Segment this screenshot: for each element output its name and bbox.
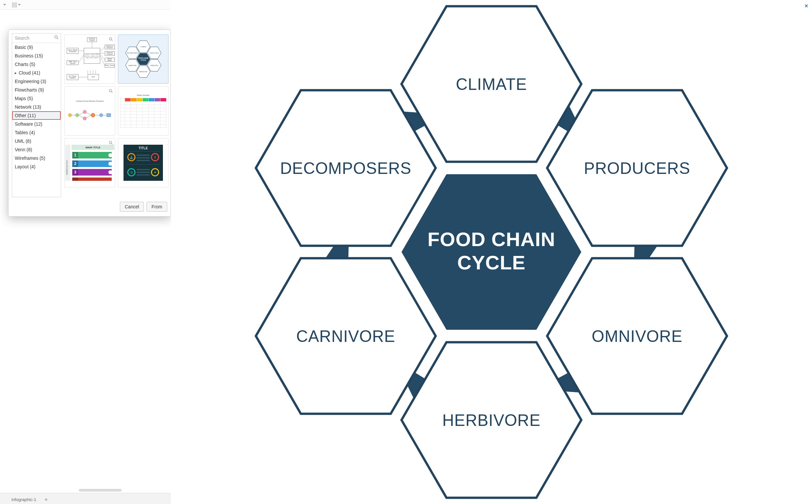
- thumb-caption: Weekly timetable: [137, 94, 149, 96]
- category-item[interactable]: Flowcharts (9): [12, 86, 61, 94]
- thumb-text: MAIN TITLE: [86, 146, 101, 149]
- category-item[interactable]: Network (13): [12, 103, 61, 111]
- svg-text:CYCLE: CYCLE: [140, 59, 146, 61]
- svg-line-9: [78, 55, 84, 63]
- thumb-text: Additional text: [66, 160, 68, 175]
- grid-icon: [12, 2, 17, 8]
- svg-text:FOOD CHAIN: FOOD CHAIN: [138, 57, 148, 59]
- grid-toggle-button[interactable]: [11, 2, 22, 8]
- svg-rect-52: [160, 98, 166, 101]
- svg-line-40: [79, 115, 83, 118]
- svg-text:CYCLE: CYCLE: [457, 252, 525, 274]
- from-button[interactable]: From: [146, 202, 167, 212]
- svg-text:⬇: ⬇: [154, 156, 156, 159]
- category-item[interactable]: Engineering (3): [12, 77, 61, 86]
- template-preview-panel: × FOOD CHAINCYCLECLIMATEPRODUCERSOMNIVOR…: [171, 0, 812, 504]
- template-grid: Vector Signal Generator ARB / Mod Source…: [61, 33, 170, 197]
- svg-point-36: [99, 114, 103, 117]
- svg-text:3: 3: [74, 170, 76, 175]
- template-food-chain-cycle[interactable]: FOOD CHAIN CYCLE CLIMATE PRODUCERS OMNIV…: [118, 34, 169, 84]
- category-item[interactable]: Tables (4): [12, 128, 61, 137]
- template-category-sidebar: Basic (9)Business (15)Charts (5)Cloud (4…: [12, 33, 61, 197]
- svg-rect-37: [107, 114, 111, 117]
- svg-rect-46: [125, 98, 131, 101]
- svg-line-11: [100, 53, 105, 53]
- category-item[interactable]: Charts (5): [12, 60, 61, 69]
- svg-rect-51: [154, 98, 160, 101]
- add-sheet-button[interactable]: +: [42, 495, 51, 504]
- svg-line-30: [111, 92, 112, 93]
- svg-text:CLIMATE: CLIMATE: [456, 75, 527, 93]
- template-weekly-timetable[interactable]: Weekly timetable: [118, 86, 169, 136]
- category-item[interactable]: Maps (5): [12, 94, 61, 103]
- svg-line-5: [57, 38, 58, 39]
- svg-text:2: 2: [74, 161, 76, 166]
- svg-rect-99: [137, 169, 150, 170]
- food-chain-cycle-diagram: FOOD CHAINCYCLECLIMATEPRODUCERSOMNIVOREH…: [171, 0, 812, 504]
- template-dialog: Basic (9)Business (15)Charts (5)Cloud (4…: [8, 30, 171, 217]
- chevron-down-icon: [18, 4, 21, 6]
- svg-point-34: [83, 117, 86, 120]
- cancel-button[interactable]: Cancel: [120, 202, 144, 212]
- thumb-text: PRODUCERS: [149, 52, 158, 54]
- thumb-text: CARNIVORE: [128, 65, 137, 66]
- view-mode-button[interactable]: [2, 3, 7, 6]
- svg-line-13: [100, 56, 105, 66]
- svg-rect-95: [137, 155, 150, 156]
- category-item[interactable]: Wireframes (5): [12, 154, 61, 162]
- svg-line-10: [100, 47, 105, 51]
- canvas-horizontal-scrollbar[interactable]: [0, 488, 171, 492]
- svg-rect-2: [12, 5, 14, 7]
- category-item[interactable]: Cloud (41): [12, 69, 61, 77]
- svg-line-41: [86, 113, 91, 115]
- svg-rect-97: [137, 160, 150, 161]
- category-item[interactable]: UML (8): [12, 137, 61, 145]
- svg-text:OMNIVORE: OMNIVORE: [591, 327, 682, 345]
- svg-text:CARNIVORE: CARNIVORE: [296, 327, 395, 345]
- svg-text:⚙: ⚙: [130, 171, 133, 174]
- svg-point-31: [68, 114, 72, 117]
- svg-point-67: [109, 141, 111, 144]
- svg-rect-101: [137, 174, 150, 176]
- magnify-icon[interactable]: [109, 89, 113, 95]
- thumb-text: OMNIVORE: [150, 65, 158, 66]
- thumb-text: TITLE: [139, 146, 148, 150]
- category-item[interactable]: Basic (9): [12, 43, 61, 52]
- sheet-tab[interactable]: infographic-1: [6, 495, 42, 504]
- svg-text:HERBIVORE: HERBIVORE: [442, 411, 540, 429]
- svg-rect-47: [131, 98, 137, 101]
- thumb-text: DECOMPOSERS: [127, 52, 138, 54]
- svg-text:✈: ✈: [154, 171, 156, 174]
- sheet-tab-bar: infographic-1 +: [0, 493, 171, 504]
- category-item[interactable]: Venn (8): [12, 145, 61, 154]
- category-item[interactable]: Layout (4): [12, 162, 61, 171]
- category-item[interactable]: Business (15): [12, 52, 61, 60]
- template-infographic-bars[interactable]: Additional text MAIN TITLE 1 2 3: [64, 138, 115, 187]
- svg-point-4: [55, 36, 57, 38]
- app-toolbar: [0, 0, 171, 10]
- close-icon[interactable]: ×: [804, 3, 808, 10]
- svg-text:1: 1: [74, 153, 76, 157]
- svg-text:DECOMPOSERS: DECOMPOSERS: [280, 159, 412, 177]
- svg-point-78: [108, 162, 112, 166]
- category-item[interactable]: Other (11): [12, 111, 61, 120]
- svg-text:PRODUCERS: PRODUCERS: [584, 159, 691, 177]
- svg-point-74: [108, 153, 112, 157]
- svg-text:⚓: ⚓: [129, 155, 134, 159]
- category-item[interactable]: Software (12): [12, 120, 61, 128]
- template-block-diagram[interactable]: Vector Signal Generator ARB / Mod Source…: [64, 34, 115, 84]
- search-input[interactable]: [12, 33, 61, 43]
- svg-text:FOOD CHAIN: FOOD CHAIN: [428, 228, 555, 250]
- svg-point-32: [75, 114, 79, 117]
- svg-rect-3: [15, 5, 17, 7]
- template-dark-infographic[interactable]: TITLE ⚓ ⚙ ⬇ ✈: [118, 138, 169, 187]
- svg-rect-48: [137, 98, 142, 101]
- svg-line-68: [111, 143, 112, 144]
- magnify-icon[interactable]: [109, 140, 113, 146]
- svg-rect-50: [148, 98, 154, 101]
- template-process-flow[interactable]: Company Human Behavior Procedure: [64, 86, 115, 136]
- svg-point-29: [109, 90, 111, 92]
- svg-line-12: [100, 54, 105, 60]
- thumb-caption: Company Human Behavior Procedure: [76, 100, 104, 102]
- svg-rect-1: [15, 3, 17, 4]
